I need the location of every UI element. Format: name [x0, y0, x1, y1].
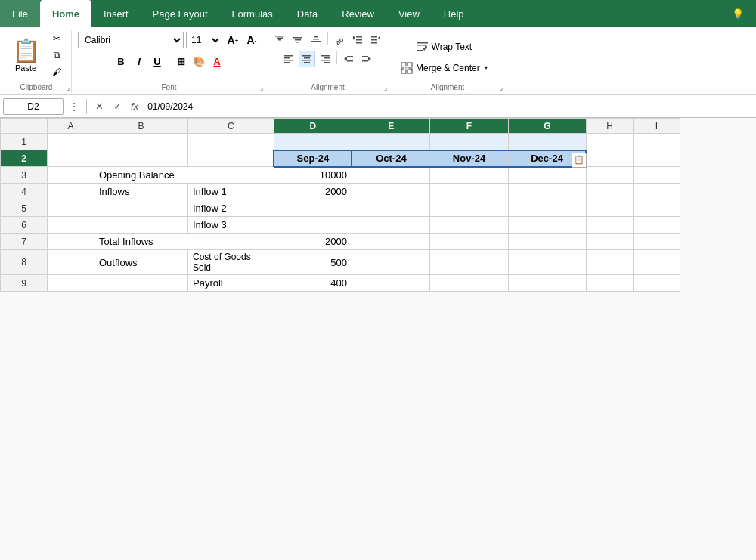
- cell-I5[interactable]: [633, 200, 680, 217]
- col-header-A[interactable]: A: [48, 119, 94, 134]
- tab-help-icon[interactable]: 💡: [720, 0, 756, 27]
- cancel-formula-button[interactable]: ✕: [91, 99, 107, 114]
- cell-A9[interactable]: [48, 275, 94, 292]
- cell-A7[interactable]: [48, 234, 94, 250]
- ltr-text-button[interactable]: [358, 51, 375, 67]
- tab-view[interactable]: View: [386, 0, 432, 27]
- cell-E9[interactable]: [352, 275, 429, 292]
- cell-F1[interactable]: [430, 134, 508, 150]
- cell-G6[interactable]: [508, 217, 586, 234]
- cell-H4[interactable]: [586, 184, 633, 200]
- confirm-formula-button[interactable]: ✓: [110, 99, 125, 114]
- cell-D3[interactable]: 10000: [274, 167, 352, 184]
- cell-E2[interactable]: Oct-24: [352, 150, 429, 167]
- row-header-6[interactable]: 6: [1, 217, 48, 234]
- cell-A4[interactable]: [48, 184, 94, 200]
- cell-B4[interactable]: Inflows: [94, 184, 188, 200]
- tab-help[interactable]: Help: [432, 0, 476, 27]
- cell-E6[interactable]: [352, 217, 429, 234]
- cell-B7[interactable]: Total Inflows: [94, 234, 274, 250]
- cell-D6[interactable]: [274, 217, 352, 234]
- cell-A5[interactable]: [48, 200, 94, 217]
- cell-B1[interactable]: [94, 134, 188, 150]
- col-header-D[interactable]: D: [274, 119, 352, 134]
- cell-F5[interactable]: [430, 200, 508, 217]
- formula-input[interactable]: [144, 98, 753, 115]
- cell-I8[interactable]: [633, 250, 680, 275]
- cell-I3[interactable]: [633, 167, 680, 184]
- cell-A2[interactable]: [48, 150, 94, 167]
- cell-D8[interactable]: 500: [274, 250, 352, 275]
- cell-D1[interactable]: [274, 134, 352, 150]
- paste-options-button[interactable]: 📋: [572, 153, 587, 168]
- cell-F7[interactable]: [430, 234, 508, 250]
- font-expand-icon[interactable]: ⌟: [260, 84, 263, 91]
- cell-C2[interactable]: [188, 150, 274, 167]
- cell-B2[interactable]: [94, 150, 188, 167]
- cell-D4[interactable]: 2000: [274, 184, 352, 200]
- fill-color-button[interactable]: 🎨: [191, 53, 207, 70]
- cell-I6[interactable]: [633, 217, 680, 234]
- cell-G3[interactable]: [508, 167, 586, 184]
- row-header-7[interactable]: 7: [1, 234, 48, 250]
- increase-font-button[interactable]: A+: [225, 32, 241, 48]
- increase-indent-button[interactable]: [349, 32, 366, 48]
- col-header-C[interactable]: C: [188, 119, 274, 134]
- cell-C5[interactable]: Inflow 2: [188, 200, 274, 217]
- cell-E1[interactable]: [352, 134, 429, 150]
- wrap-expand-icon[interactable]: ⌟: [500, 84, 503, 91]
- cell-G2[interactable]: Dec-24 📋: [508, 150, 586, 167]
- tab-formulas[interactable]: Formulas: [220, 0, 285, 27]
- wrap-text-button[interactable]: Wrap Text: [411, 38, 478, 56]
- tab-insert[interactable]: Insert: [91, 0, 141, 27]
- cell-B6[interactable]: [94, 217, 188, 234]
- cell-A1[interactable]: [48, 134, 94, 150]
- merge-center-button[interactable]: ⊞ Merge & Center ▾: [395, 59, 493, 77]
- cell-I4[interactable]: [633, 184, 680, 200]
- tab-file[interactable]: File: [0, 0, 40, 27]
- cell-E5[interactable]: [352, 200, 429, 217]
- cell-H9[interactable]: [586, 275, 633, 292]
- italic-button[interactable]: I: [131, 53, 147, 70]
- cell-F9[interactable]: [430, 275, 508, 292]
- cell-A8[interactable]: [48, 250, 94, 275]
- cell-G5[interactable]: [508, 200, 586, 217]
- cell-B8[interactable]: Outflows: [94, 250, 188, 275]
- align-top-button[interactable]: [271, 32, 288, 48]
- align-middle-button[interactable]: [290, 32, 306, 48]
- cell-C8[interactable]: Cost of GoodsSold: [188, 250, 274, 275]
- cell-H3[interactable]: [586, 167, 633, 184]
- col-header-E[interactable]: E: [352, 119, 429, 134]
- cell-C1[interactable]: [188, 134, 274, 150]
- formula-bar-options[interactable]: ⋮: [67, 99, 82, 114]
- cell-E7[interactable]: [352, 234, 429, 250]
- cell-B5[interactable]: [94, 200, 188, 217]
- cell-E4[interactable]: [352, 184, 429, 200]
- decrease-font-button[interactable]: A-: [243, 32, 260, 48]
- cell-E8[interactable]: [352, 250, 429, 275]
- cell-B3[interactable]: Opening Balance: [94, 167, 274, 184]
- cell-G8[interactable]: [508, 250, 586, 275]
- cell-I7[interactable]: [633, 234, 680, 250]
- row-header-4[interactable]: 4: [1, 184, 48, 200]
- cell-I9[interactable]: [633, 275, 680, 292]
- cell-C4[interactable]: Inflow 1: [188, 184, 274, 200]
- col-header-F[interactable]: F: [430, 119, 508, 134]
- font-color-button[interactable]: A: [209, 53, 225, 70]
- tab-home[interactable]: Home: [40, 0, 91, 27]
- col-header-I[interactable]: I: [633, 119, 680, 134]
- cell-H5[interactable]: [586, 200, 633, 217]
- cell-A6[interactable]: [48, 217, 94, 234]
- cell-D2[interactable]: Sep-24: [274, 150, 352, 167]
- cell-C6[interactable]: Inflow 3: [188, 217, 274, 234]
- paste-button[interactable]: 📋 Paste: [6, 32, 45, 77]
- cell-G9[interactable]: [508, 275, 586, 292]
- font-size-select[interactable]: 11: [186, 32, 222, 48]
- cell-G1[interactable]: [508, 134, 586, 150]
- decrease-indent-button[interactable]: [367, 32, 384, 48]
- tab-data[interactable]: Data: [285, 0, 330, 27]
- merge-dropdown-icon[interactable]: ▾: [485, 64, 488, 71]
- col-header-G[interactable]: G: [508, 119, 586, 134]
- align-right-button[interactable]: [317, 51, 333, 67]
- cell-D5[interactable]: [274, 200, 352, 217]
